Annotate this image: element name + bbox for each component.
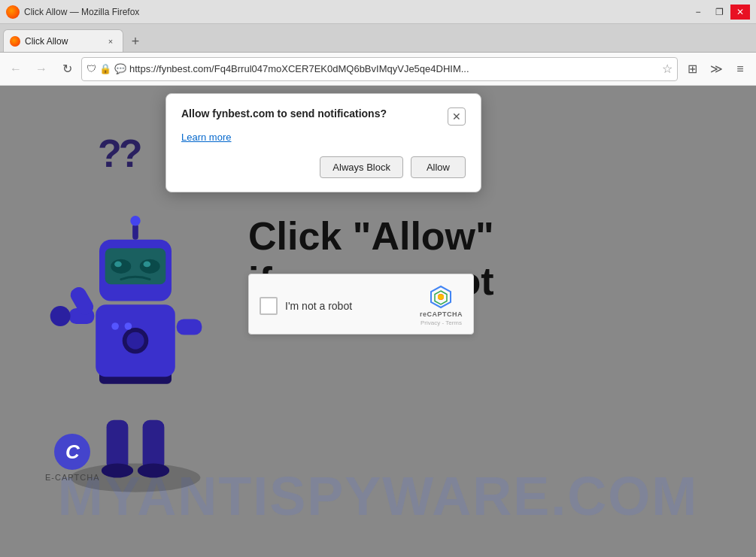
lock-icon: 🔒 [99, 63, 111, 74]
recaptcha-right: reCAPTCHA Privacy - Terms [420, 285, 463, 326]
popup-close-button[interactable]: ✕ [448, 107, 466, 126]
recaptcha-label: I'm not a robot [285, 300, 352, 312]
recaptcha-privacy-label: Privacy - Terms [421, 319, 462, 326]
recaptcha-brand-label: reCAPTCHA [420, 310, 463, 318]
navbar: ← → ↻ 🛡 🔒 💬 ☆ ⊞ ≫ ≡ [0, 53, 756, 86]
bookmark-button[interactable]: ☆ [662, 62, 673, 76]
menu-button[interactable]: ≡ [729, 58, 751, 80]
svg-point-20 [130, 216, 140, 226]
browser-tab[interactable]: Click Allow × [3, 29, 123, 52]
notification-icon: 💬 [114, 63, 126, 74]
popup-buttons: Always Block Allow [181, 156, 466, 178]
svg-point-16 [140, 259, 160, 274]
svg-point-22 [125, 322, 132, 330]
recaptcha-checkbox[interactable] [260, 297, 278, 315]
titlebar: Click Allow — Mozilla Firefox − ❐ ✕ [0, 0, 756, 24]
learn-more-link[interactable]: Learn more [181, 132, 466, 143]
svg-point-15 [111, 259, 131, 274]
address-input[interactable] [129, 63, 659, 74]
main-text-line1: Click "Allow" [248, 213, 741, 259]
address-bar-wrapper: 🛡 🔒 💬 ☆ [81, 57, 678, 81]
svg-rect-12 [177, 319, 202, 335]
svg-point-18 [144, 262, 151, 268]
firefox-logo-icon [6, 5, 20, 19]
popup-title: Allow fynbest.com to send notifications? [181, 107, 439, 120]
ecaptcha-area: C E-CAPTCHA [45, 434, 100, 482]
svg-rect-2 [143, 420, 165, 471]
extensions-button[interactable]: ≫ [705, 58, 727, 80]
svg-point-8 [126, 332, 144, 350]
always-block-button[interactable]: Always Block [320, 156, 403, 178]
new-tab-button[interactable]: + [125, 31, 146, 52]
reload-button[interactable]: ↻ [56, 58, 78, 80]
tab-label: Click Allow [25, 36, 100, 47]
ecaptcha-icon: C [54, 434, 90, 470]
pocket-button[interactable]: ⊞ [681, 58, 703, 80]
popup-header: Allow fynbest.com to send notifications?… [181, 107, 466, 126]
svg-point-4 [138, 463, 169, 477]
close-button[interactable]: ✕ [730, 5, 750, 20]
shield-icon: 🛡 [87, 63, 96, 74]
recaptcha-logo-icon [429, 285, 453, 309]
svg-rect-1 [107, 420, 129, 471]
titlebar-title: Click Allow — Mozilla Firefox [24, 7, 139, 17]
forward-button[interactable]: → [30, 58, 53, 80]
allow-button[interactable]: Allow [411, 156, 466, 178]
restore-button[interactable]: ❐ [709, 5, 729, 20]
svg-point-21 [111, 322, 119, 330]
svg-point-17 [114, 262, 122, 268]
tabbar: Click Allow × + [0, 24, 756, 53]
ecaptcha-label: E-CAPTCHA [45, 473, 100, 482]
back-button[interactable]: ← [5, 58, 27, 80]
titlebar-controls: − ❐ ✕ [688, 5, 750, 20]
recaptcha-widget: I'm not a robot reCAPTCHA Privacy - Term… [248, 274, 474, 335]
recaptcha-left: I'm not a robot [260, 297, 352, 315]
svg-point-10 [50, 306, 71, 326]
notification-popup: Allow fynbest.com to send notifications?… [165, 93, 481, 192]
titlebar-left: Click Allow — Mozilla Firefox [6, 5, 139, 19]
nav-right-buttons: ⊞ ≫ ≡ [681, 58, 751, 80]
tab-close-button[interactable]: × [105, 35, 117, 47]
minimize-button[interactable]: − [688, 5, 708, 20]
page-content: MYANTISPYWARE.COM ?? [0, 86, 756, 557]
tab-favicon-icon [10, 36, 20, 47]
svg-point-3 [102, 463, 133, 477]
svg-rect-19 [132, 224, 138, 240]
